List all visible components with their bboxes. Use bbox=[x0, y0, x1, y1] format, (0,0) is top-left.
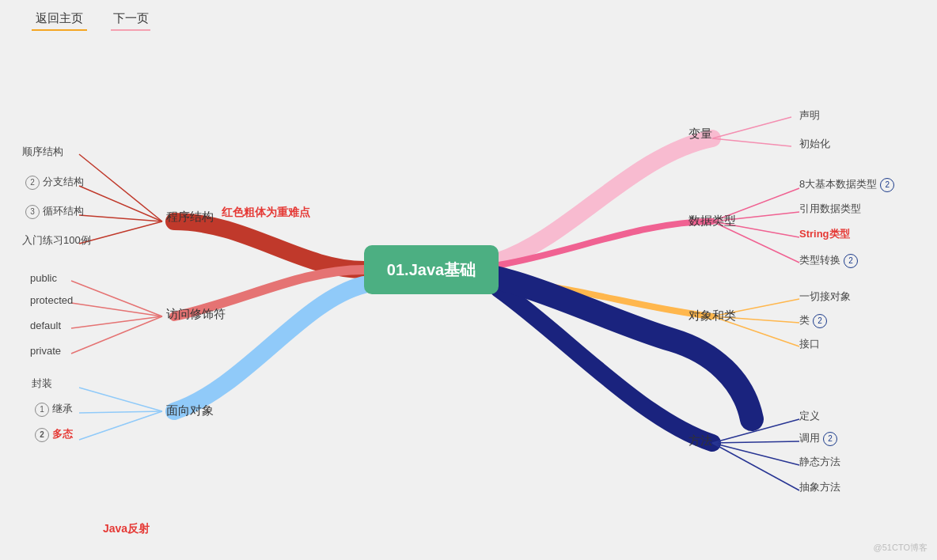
leaf-sequential: 顺序结构 bbox=[22, 145, 63, 159]
svg-line-21 bbox=[712, 441, 799, 443]
branch-access-modifier: 访问修饰符 bbox=[166, 307, 226, 322]
next-page-label: 下一页 bbox=[113, 11, 149, 26]
next-underline bbox=[111, 29, 150, 31]
branch-oop: 面向对象 bbox=[166, 403, 214, 418]
leaf-string-type: String类型 bbox=[799, 227, 850, 241]
branch-variable: 变量 bbox=[689, 127, 712, 142]
leaf-loop: 3循环结构 bbox=[22, 204, 84, 219]
top-navigation: 返回主页 下一页 bbox=[32, 11, 150, 31]
branch-method: 方法 bbox=[689, 433, 712, 448]
back-home-label: 返回主页 bbox=[36, 11, 83, 26]
leaf-define: 定义 bbox=[799, 409, 820, 423]
leaf-everything-object: 一切接对象 bbox=[799, 289, 851, 304]
branch-object-class: 对象和类 bbox=[689, 308, 736, 324]
leaf-invoke: 调用2 bbox=[799, 431, 837, 446]
branch-program-structure: 程序结构 bbox=[166, 210, 214, 225]
note-reflection: Java反射 bbox=[103, 522, 150, 536]
center-node: 01.Java基础 bbox=[364, 245, 499, 294]
leaf-inheritance: 1继承 bbox=[32, 402, 73, 417]
svg-line-3 bbox=[79, 221, 162, 244]
svg-line-23 bbox=[712, 443, 799, 490]
svg-line-4 bbox=[71, 281, 162, 316]
leaf-encapsulation: 封装 bbox=[32, 376, 52, 391]
back-home-nav[interactable]: 返回主页 bbox=[32, 11, 87, 31]
svg-line-11 bbox=[712, 117, 791, 138]
leaf-type-conversion: 类型转换2 bbox=[799, 253, 858, 268]
leaf-declaration: 声明 bbox=[799, 108, 820, 123]
leaf-static-method: 静态方法 bbox=[799, 455, 840, 469]
svg-line-22 bbox=[712, 443, 799, 465]
svg-line-12 bbox=[712, 138, 791, 146]
leaf-practice: 入门练习100例 bbox=[22, 233, 91, 248]
leaf-branch: 2分支结构 bbox=[22, 175, 84, 190]
center-node-label: 01.Java基础 bbox=[387, 259, 476, 281]
branch-data-type: 数据类型 bbox=[689, 214, 736, 229]
leaf-reference-types: 引用数据类型 bbox=[799, 202, 861, 216]
svg-line-10 bbox=[79, 411, 162, 440]
note-red-bold: 红色粗体为重难点 bbox=[222, 206, 310, 220]
svg-line-5 bbox=[71, 303, 162, 316]
svg-line-0 bbox=[79, 154, 162, 221]
leaf-default: default bbox=[30, 320, 61, 331]
back-underline bbox=[32, 29, 87, 31]
leaf-basic-types: 8大基本数据类型2 bbox=[799, 177, 894, 192]
svg-line-9 bbox=[79, 411, 162, 413]
leaf-private: private bbox=[30, 345, 61, 357]
leaf-class: 类2 bbox=[799, 313, 827, 328]
leaf-public: public bbox=[30, 272, 57, 284]
leaf-initialization: 初始化 bbox=[799, 137, 830, 151]
watermark: @51CTO博客 bbox=[874, 542, 928, 554]
leaf-abstract-method: 抽象方法 bbox=[799, 480, 840, 494]
leaf-polymorphism: 2多态 bbox=[32, 427, 73, 442]
next-page-nav[interactable]: 下一页 bbox=[111, 11, 150, 31]
leaf-protected: protected bbox=[30, 294, 73, 306]
svg-line-8 bbox=[79, 388, 162, 411]
leaf-interface: 接口 bbox=[799, 337, 820, 351]
